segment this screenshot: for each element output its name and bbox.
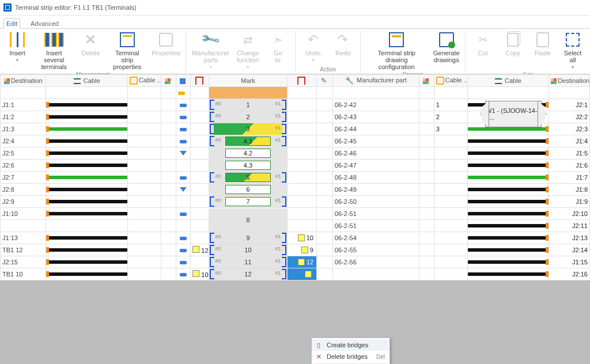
table-row[interactable]: J1:10806-2-51J2:10 xyxy=(1,208,590,220)
col-cable-left[interactable]: Cable xyxy=(46,75,128,87)
insert-icon xyxy=(10,32,25,47)
table-row[interactable]: 06-2-51J2:11 xyxy=(1,220,590,232)
col-destination-left[interactable]: Destination xyxy=(1,75,46,87)
mark-cell[interactable]: 8 xyxy=(209,208,286,232)
destination-icon xyxy=(4,78,10,84)
symbol-icon xyxy=(423,78,429,84)
mark-cell[interactable]: #01#1 xyxy=(209,99,286,111)
col-symbol-right[interactable] xyxy=(419,75,434,87)
table-row[interactable]: J2:15#011#11206-2-56J1:15 xyxy=(1,256,590,268)
mark-cell[interactable]: 6 xyxy=(209,184,286,195)
mark-cell[interactable]: #05#1 xyxy=(209,172,286,183)
manufacturer-parts-button[interactable]: 🔧Manufacturer parts▼ xyxy=(188,30,233,72)
bridge-right[interactable] xyxy=(289,271,315,278)
delete-button[interactable]: ✕Delete xyxy=(75,30,105,58)
table-row[interactable]: J2:7#05#106-2-48J1:7 xyxy=(1,172,590,184)
redo-icon: ↶ xyxy=(338,36,348,43)
goto-icon: ➣ xyxy=(273,36,283,43)
col-mark[interactable]: Mark xyxy=(209,75,287,87)
table-row[interactable]: J2:54.206-2-46J1:5 xyxy=(1,147,590,160)
mark-cell[interactable]: #07#1 xyxy=(209,196,286,207)
window-title: Terminal strip editor: F1 L1 TB1 (Termin… xyxy=(15,4,137,11)
col-cablecore-left[interactable]: Cable ... xyxy=(127,75,161,87)
properties-button[interactable]: Properties xyxy=(149,30,183,58)
table-row[interactable]: J2:8606-2-49J1:8 xyxy=(1,184,590,196)
cable-bar xyxy=(468,172,549,183)
redo-button[interactable]: ↶Redo xyxy=(328,30,358,58)
change-function-button[interactable]: ⇄Change function▼ xyxy=(233,30,263,72)
table-row[interactable]: J1:13#09#11006-2-54J2:13 xyxy=(1,232,590,244)
table-row[interactable]: J2:4#04.1#106-2-45J1:4 xyxy=(1,135,590,147)
ts-drawing-config-button[interactable]: Terminal strip drawing configuration xyxy=(363,30,430,71)
mark-cell[interactable]: #04.1#1 xyxy=(209,135,286,147)
level-icon xyxy=(180,261,187,264)
ribbon: Insert▼ Insert several terminals ✕Delete… xyxy=(0,29,590,74)
bridge-right[interactable]: 12 xyxy=(289,259,315,266)
level-icon xyxy=(180,237,187,240)
col-manufacturer-part[interactable]: 🔧 Manufacturer part xyxy=(332,75,419,87)
cable-box: W1 - (SJOOW-14-3... xyxy=(478,97,549,131)
mark-cell[interactable]: #012#1 xyxy=(209,268,286,280)
col-bridge-left[interactable] xyxy=(191,75,209,87)
col-symbol-left[interactable] xyxy=(161,75,176,87)
cable-bar xyxy=(468,268,549,280)
table-row[interactable]: J2:9#07#106-2-50J1:9 xyxy=(1,196,590,208)
level-icon xyxy=(180,187,187,192)
undo-button[interactable]: ↶Undo▼ xyxy=(298,30,328,65)
delete-icon: ✕ xyxy=(315,353,323,361)
table-row[interactable]: TB1 12 12#010#1906-2-55J2:14 xyxy=(1,244,590,256)
bridge-square-icon xyxy=(192,246,199,253)
table-row[interactable]: J2:64.306-2-47J1:6 xyxy=(1,160,590,172)
cable-bar xyxy=(46,172,127,183)
level-icon xyxy=(180,213,187,216)
col-level[interactable] xyxy=(176,75,191,87)
bridge-right[interactable]: 10 xyxy=(289,234,315,241)
mark-cell[interactable]: #02#1 xyxy=(209,111,286,123)
insert-several-terminals-button[interactable]: Insert several terminals xyxy=(32,30,75,71)
bridge-right[interactable]: 9 xyxy=(289,247,315,253)
select-all-button[interactable]: Select all▼ xyxy=(558,30,588,72)
mark-cell[interactable]: #03#1 xyxy=(209,123,286,135)
symbol-icon xyxy=(165,78,171,84)
generate-drawings-button[interactable]: Generate drawings xyxy=(430,30,463,65)
column-headers: Destination Cable Cable ... Mark ✎ 🔧 Man… xyxy=(1,75,590,87)
copy-button[interactable]: Copy xyxy=(498,30,528,58)
ribbon-tabs: Edit Advanced xyxy=(0,16,590,29)
title-bar: Terminal strip editor: F1 L1 TB1 (Termin… xyxy=(0,0,590,16)
table-row[interactable]: TB1 10 10#012#1J2:16 xyxy=(1,268,590,280)
mark-cell[interactable]: #011#1 xyxy=(209,256,286,268)
menu-create-bridges[interactable]: ▯Create bridges xyxy=(312,339,389,351)
mark-cell[interactable]: #09#1 xyxy=(209,232,286,244)
go-to-button[interactable]: ➣Go to xyxy=(263,30,293,65)
mark-cell[interactable]: #010#1 xyxy=(209,244,286,256)
cut-button[interactable]: ✂Cut xyxy=(468,30,498,58)
col-cable-right[interactable]: Cable xyxy=(467,75,549,87)
col-cablecore-right[interactable]: Cable ... xyxy=(434,75,467,87)
terminal-strip-properties-button[interactable]: Terminal strip properties xyxy=(105,30,149,71)
terminal-grid: Destination Cable Cable ... Mark ✎ 🔧 Man… xyxy=(0,74,590,364)
separator-icon xyxy=(178,92,185,95)
col-accessory[interactable]: ✎ xyxy=(316,75,332,87)
cable-bar xyxy=(46,268,127,280)
level-icon xyxy=(180,104,187,107)
ts-properties-icon xyxy=(120,32,135,47)
level-icon xyxy=(180,151,187,156)
level-icon xyxy=(180,128,187,131)
cable-bar xyxy=(46,123,127,135)
paste-button[interactable]: Paste xyxy=(528,30,558,58)
level-icon xyxy=(180,273,187,276)
mark-cell[interactable]: 4.2 xyxy=(209,147,286,159)
tab-advanced[interactable]: Advanced xyxy=(28,19,61,28)
copy-icon xyxy=(507,33,519,47)
col-bridge-right[interactable] xyxy=(287,75,316,87)
cable-bar xyxy=(468,232,549,244)
menu-delete-bridges[interactable]: ✕Delete bridgesDel xyxy=(312,351,389,362)
insert-button[interactable]: Insert▼ xyxy=(2,30,32,65)
cable-bar xyxy=(468,208,549,219)
cable-icon xyxy=(495,78,502,84)
bridge-square-icon xyxy=(192,270,199,277)
level-icon xyxy=(180,78,186,84)
mark-cell[interactable]: 4.3 xyxy=(209,160,286,171)
col-destination-right[interactable]: Destination xyxy=(549,75,590,87)
tab-edit[interactable]: Edit xyxy=(3,18,20,29)
